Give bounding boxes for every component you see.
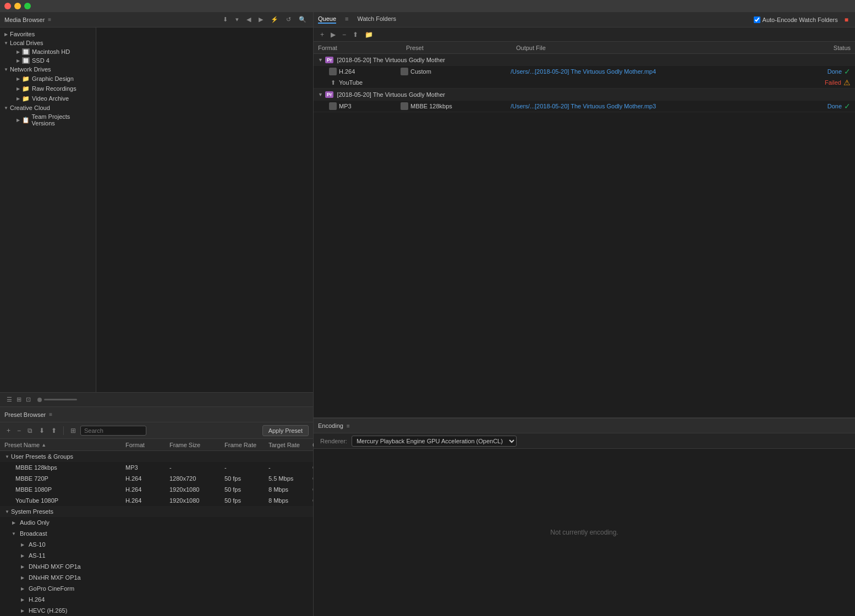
broadcast-as10[interactable]: ▶ AS-10 bbox=[0, 539, 313, 550]
output-format-1: H.264 bbox=[329, 68, 401, 75]
queue-encode-btn[interactable]: ▶ bbox=[328, 30, 338, 40]
sidebar-item-creative-cloud[interactable]: ▼ Creative Cloud bbox=[0, 103, 96, 112]
sidebar-item-video-archive[interactable]: ▶ 📁 Video Archive bbox=[0, 94, 96, 103]
media-browser-menu-icon[interactable]: ≡ bbox=[48, 16, 51, 23]
as10-label: AS-10 bbox=[29, 541, 46, 548]
sidebar-raw-recordings-label: Raw Recordings bbox=[32, 85, 76, 92]
sidebar-item-macintosh-hd[interactable]: ▶ ⬜ Macintosh HD bbox=[0, 47, 96, 56]
output-file-2: /Users/...[2018-05-20] The Virtuous Godl… bbox=[511, 103, 785, 109]
media-browser-header: Media Browser ≡ ⬇ ▾ ◀ ▶ ⚡ ↺ 🔍 bbox=[0, 12, 313, 28]
forward-btn[interactable]: ▶ bbox=[256, 15, 265, 24]
tab-watch-folders[interactable]: Watch Folders bbox=[357, 15, 396, 24]
preset-browser-menu-icon[interactable]: ≡ bbox=[49, 411, 52, 417]
zoom-slider-container bbox=[37, 398, 79, 402]
renderer-select[interactable]: Mercury Playback Engine GPU Acceleration… bbox=[352, 436, 517, 447]
media-browser-bottom: ☰ ⊞ ⊡ bbox=[0, 392, 313, 406]
list-view-btn[interactable]: ☰ bbox=[4, 395, 14, 404]
stop-button[interactable]: ■ bbox=[842, 15, 851, 25]
chevron-right-icon: ▶ bbox=[3, 31, 9, 37]
system-preset-audio-only[interactable]: ▶ Audio Only bbox=[0, 517, 313, 528]
queue-job-1: ▼ Pr [2018-05-20] The Virtuous Godly Mot… bbox=[314, 54, 855, 89]
queue-remove-btn[interactable]: − bbox=[340, 30, 348, 40]
queue-job-2-header[interactable]: ▼ Pr [2018-05-20] The Virtuous Godly Mot… bbox=[314, 89, 855, 101]
sidebar-item-raw-recordings[interactable]: ▶ 📁 Raw Recordings bbox=[0, 84, 96, 94]
encoding-menu-icon[interactable]: ≡ bbox=[347, 423, 350, 429]
youtube-icon: ⬆ bbox=[329, 79, 337, 86]
queue-tab-menu-icon[interactable]: ≡ bbox=[345, 15, 348, 24]
queue-folder-btn[interactable]: 📁 bbox=[363, 30, 375, 40]
queue-toolbar: + ▶ − ⬆ 📁 bbox=[314, 28, 855, 42]
sidebar-item-graphic-design[interactable]: ▶ 📁 Graphic Design bbox=[0, 74, 96, 84]
sidebar-item-favorites[interactable]: ▶ Favorites bbox=[0, 30, 96, 38]
queue-up-btn[interactable]: ⬆ bbox=[350, 30, 360, 40]
system-presets-group-header[interactable]: ▼ System Presets bbox=[0, 506, 313, 517]
back-btn[interactable]: ◀ bbox=[244, 15, 253, 24]
output-file-1: /Users/...[2018-05-20] The Virtuous Godl… bbox=[511, 68, 785, 75]
user-presets-group-header[interactable]: ▼ User Presets & Groups bbox=[0, 451, 313, 462]
sidebar-graphic-design-label: Graphic Design bbox=[32, 75, 74, 82]
sidebar-item-team-projects[interactable]: ▶ 📋 Team Projects Versions bbox=[0, 112, 96, 128]
queue-col-status: Status bbox=[785, 45, 851, 51]
sidebar-item-ssd4[interactable]: ▶ ⬜ SSD 4 bbox=[0, 56, 96, 65]
youtube-row[interactable]: ⬆ YouTube Failed ⚠ bbox=[314, 77, 855, 88]
folder-icon: 📁 bbox=[22, 85, 30, 92]
queue-job-2: ▼ Pr [2018-05-20] The Virtuous Godly Mot… bbox=[314, 89, 855, 112]
delete-preset-btn[interactable]: − bbox=[15, 426, 23, 436]
zoom-slider-dot bbox=[37, 398, 42, 402]
broadcast-dnxhr[interactable]: ▶ DNxHR MXF OP1a bbox=[0, 572, 313, 583]
broadcast-gopro[interactable]: ▶ GoPro CineForm bbox=[0, 583, 313, 594]
queue-output-row-1[interactable]: H.264 Custom /Users/...[2018-05-20] The … bbox=[314, 66, 855, 77]
preset-search-input[interactable] bbox=[80, 426, 146, 436]
format-icon-2 bbox=[329, 102, 337, 110]
broadcast-dnxhd[interactable]: ▶ DNxHD MXF OP1a bbox=[0, 561, 313, 572]
broadcast-as11[interactable]: ▶ AS-11 bbox=[0, 550, 313, 561]
minimize-button[interactable] bbox=[14, 3, 21, 9]
filter-btn[interactable]: ⬇ bbox=[221, 15, 230, 24]
tab-queue[interactable]: Queue bbox=[318, 15, 336, 24]
youtube-label-cell: ⬆ YouTube bbox=[329, 79, 401, 86]
apply-preset-button[interactable]: Apply Preset bbox=[262, 425, 309, 436]
group-btn[interactable]: ⊞ bbox=[68, 426, 78, 436]
queue-output-row-2[interactable]: MP3 MBBE 128kbps /Users/...[2018-05-20] … bbox=[314, 101, 855, 112]
preset-row-mbbe128[interactable]: MBBE 128kbps MP3 - - - Custom bbox=[0, 462, 313, 473]
zoom-slider-track[interactable] bbox=[44, 399, 77, 400]
preset-browser-title: Preset Browser bbox=[4, 411, 46, 418]
import-preset-btn[interactable]: ⬆ bbox=[49, 426, 59, 436]
chevron-right-icon: ▶ bbox=[20, 564, 25, 569]
filter-icon-btn[interactable]: ⚡ bbox=[268, 15, 281, 24]
new-preset-btn[interactable]: + bbox=[4, 426, 13, 436]
broadcast-hevc[interactable]: ▶ HEVC (H.265) bbox=[0, 605, 313, 616]
sidebar-ssd4-label: SSD 4 bbox=[32, 57, 50, 64]
media-browser-title: Media Browser bbox=[4, 16, 45, 23]
duplicate-preset-btn[interactable]: ⧉ bbox=[25, 426, 35, 436]
broadcast-h264[interactable]: ▶ H.264 bbox=[0, 594, 313, 605]
maximize-button[interactable] bbox=[24, 3, 31, 9]
auto-encode-checkbox[interactable] bbox=[754, 16, 760, 23]
detail-view-btn[interactable]: ⊡ bbox=[24, 395, 33, 404]
refresh-btn[interactable]: ↺ bbox=[284, 15, 293, 24]
drive-icon: ⬜ bbox=[22, 48, 30, 55]
close-button[interactable] bbox=[4, 3, 11, 9]
folder-icon: 📁 bbox=[22, 95, 30, 102]
sidebar-macintosh-hd-label: Macintosh HD bbox=[32, 48, 70, 55]
grid-view-btn[interactable]: ⊞ bbox=[14, 395, 24, 404]
queue-body: ▼ Pr [2018-05-20] The Virtuous Godly Mot… bbox=[314, 54, 855, 417]
col-header-targetrate: Target Rate bbox=[268, 442, 313, 448]
sidebar-video-archive-label: Video Archive bbox=[32, 95, 69, 102]
queue-job-1-header[interactable]: ▼ Pr [2018-05-20] The Virtuous Godly Mot… bbox=[314, 54, 855, 66]
preset-row-mbbe1080p[interactable]: MBBE 1080P H.264 1920x1080 50 fps 8 Mbps… bbox=[0, 484, 313, 495]
search-btn[interactable]: 🔍 bbox=[297, 15, 309, 24]
chevron-right-icon: ▶ bbox=[15, 76, 21, 81]
queue-add-btn[interactable]: + bbox=[318, 30, 326, 40]
path-dropdown[interactable]: ▾ bbox=[233, 15, 241, 24]
chevron-down-icon: ▼ bbox=[4, 454, 10, 459]
queue-col-format: Format bbox=[318, 45, 406, 51]
sidebar-item-network-drives[interactable]: ▼ Network Drives bbox=[0, 65, 96, 74]
collapse-icon: ▼ bbox=[318, 92, 323, 97]
system-preset-broadcast[interactable]: ▼ Broadcast bbox=[0, 528, 313, 539]
sidebar-item-local-drives[interactable]: ▼ Local Drives bbox=[0, 38, 96, 47]
preset-row-youtube1080p[interactable]: YouTube 1080P H.264 1920x1080 50 fps 8 M… bbox=[0, 495, 313, 506]
queue-header-right: Auto-Encode Watch Folders ■ bbox=[754, 15, 851, 25]
preset-row-mbbe720p[interactable]: MBBE 720P H.264 1280x720 50 fps 5.5 Mbps… bbox=[0, 473, 313, 484]
export-preset-btn[interactable]: ⬇ bbox=[37, 426, 47, 436]
